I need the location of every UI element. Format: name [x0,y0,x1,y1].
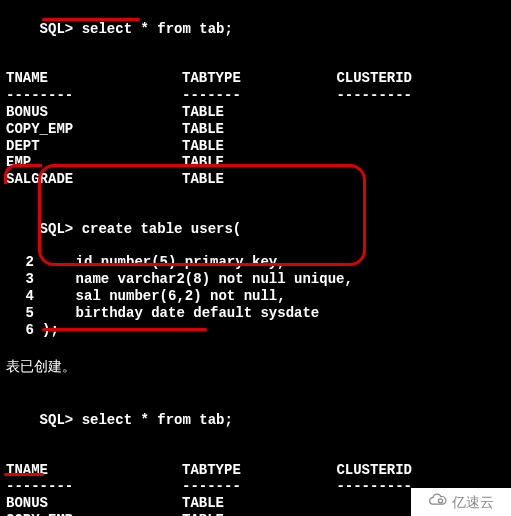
sql-text: sal number(6,2) not null, [42,288,286,304]
sql-prompt-line[interactable]: SQL> select * from tab; [6,395,505,445]
cell-tname: COPY_EMP [6,512,182,516]
blank-line [6,188,505,204]
sql-text: name varchar2(8) not null unique, [42,271,353,287]
sql-continuation-line[interactable]: 5 birthday date default sysdate [6,305,505,322]
sql-text: id number(5) primary key, [42,254,286,270]
blank-line [6,54,505,70]
cell-tname: SALGRADE [6,171,182,188]
sql-continuation-line[interactable]: 3 name varchar2(8) not null unique, [6,271,505,288]
annotation-underline-icon [42,18,140,21]
cell-tname: EMP [6,154,182,171]
table-row: DEPTTABLE [6,138,505,155]
sql-text: birthday date default sysdate [42,305,319,321]
cell-tabtype: TABLE [182,138,224,154]
line-number: 5 [6,305,34,322]
line-number: 6 [6,322,34,339]
cloud-icon [428,493,448,511]
table-header: TNAMETABTYPECLUSTERID [6,462,505,479]
cell-tabtype: TABLE [182,171,224,187]
sql-continuation-line[interactable]: 2 id number(5) primary key, [6,254,505,271]
div-c1: -------- [6,87,182,104]
cell-tabtype: TABLE [182,104,224,120]
sql-command: select * from tab; [82,412,233,428]
cell-tname: BONUS [6,104,182,121]
cell-tabtype: TABLE [182,154,224,170]
table-row: COPY_EMPTABLE [6,121,505,138]
cell-tabtype: TABLE [182,121,224,137]
div-c3: --------- [312,87,412,104]
col-tabtype: TABTYPE [182,462,312,479]
sql-command: create table users( [82,221,242,237]
result-message: 表已创建。 [6,358,505,375]
table-row: BONUSTABLE [6,104,505,121]
annotation-underline-icon [42,328,207,331]
annotation-underline-icon [4,473,44,476]
col-tabtype: TABTYPE [182,70,312,87]
sql-prompt: SQL> [40,221,74,237]
table-row: SALGRADETABLE [6,171,505,188]
div-c1: -------- [6,478,182,495]
watermark: 亿速云 [411,488,511,516]
div-c3: --------- [312,478,412,495]
cell-tname: DEPT [6,138,182,155]
line-number: 3 [6,271,34,288]
sql-continuation-line[interactable]: 4 sal number(6,2) not null, [6,288,505,305]
sql-prompt: SQL> [40,21,74,37]
cell-tabtype: TABLE [182,495,224,511]
blank-line [6,446,505,462]
line-number: 2 [6,254,34,271]
svg-point-0 [438,499,442,503]
cell-tname: BONUS [6,495,182,512]
col-clusterid: CLUSTERID [312,70,412,87]
div-c2: ------- [182,478,312,495]
table-row: EMPTABLE [6,154,505,171]
cell-tname: COPY_EMP [6,121,182,138]
sql-prompt: SQL> [40,412,74,428]
sql-command: select * from tab; [82,21,233,37]
blank-line [6,338,505,354]
sql-prompt-line[interactable]: SQL> create table users( [6,204,505,254]
cell-tabtype: TABLE [182,512,224,516]
line-number: 4 [6,288,34,305]
watermark-text: 亿速云 [452,494,494,511]
col-clusterid: CLUSTERID [312,462,412,479]
sql-prompt-line[interactable]: SQL> select * from tab; [6,4,505,54]
terminal-output: SQL> select * from tab; TNAMETABTYPECLUS… [0,0,511,516]
div-c2: ------- [182,87,312,104]
col-tname: TNAME [6,70,182,87]
table-header: TNAMETABTYPECLUSTERID [6,70,505,87]
table-divider: ------------------------ [6,87,505,104]
blank-line [6,379,505,395]
